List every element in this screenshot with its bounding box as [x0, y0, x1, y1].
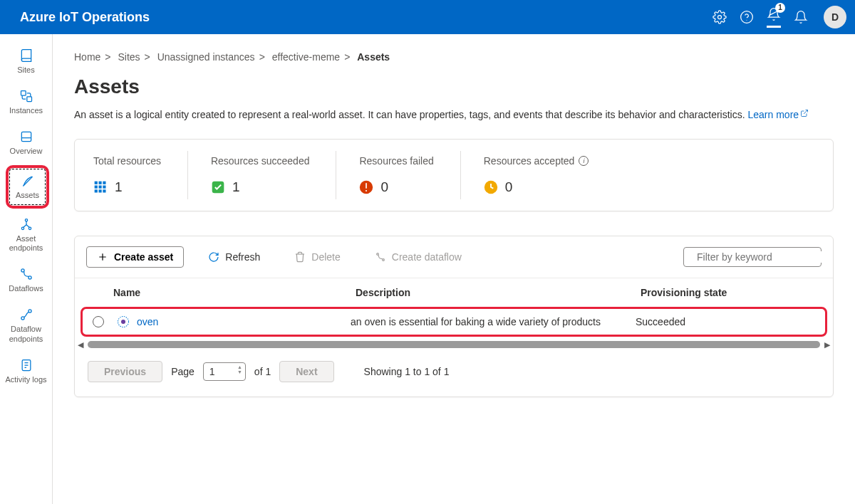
table-header-row: Name Description Provisioning state: [75, 278, 833, 307]
svg-rect-18: [99, 186, 102, 189]
alerts-badge: 1: [775, 3, 785, 13]
learn-more-link[interactable]: Learn more: [748, 109, 809, 120]
nav-assets[interactable]: Assets: [10, 169, 45, 204]
page-label: Page: [171, 366, 195, 377]
svg-rect-5: [21, 132, 31, 142]
asset-icon: [117, 315, 130, 328]
page-number-input[interactable]: 1 ▲▼: [203, 362, 246, 381]
delete-button: Delete: [284, 247, 350, 267]
stat-accepted: Resources accepted i 0: [484, 155, 589, 195]
nav-activity-logs[interactable]: Activity logs: [0, 351, 52, 392]
scroll-left-icon[interactable]: ◀: [78, 340, 83, 350]
svg-rect-20: [95, 189, 98, 192]
filter-input-wrap[interactable]: [683, 247, 822, 267]
svg-point-0: [718, 16, 722, 19]
col-description[interactable]: Description: [356, 287, 641, 298]
product-title: Azure IoT Operations: [20, 10, 150, 25]
crumb-current: Assets: [357, 51, 390, 63]
external-link-icon: [800, 108, 809, 117]
svg-point-10: [28, 276, 31, 279]
help-icon[interactable]: [740, 10, 754, 24]
nav-overview[interactable]: Overview: [0, 122, 52, 163]
table-toolbar: Create asset Refresh Delete Create dataf…: [75, 236, 833, 278]
showing-label: Showing 1 to 1 of 1: [364, 366, 450, 377]
stats-card: Total resources 1 Resources succeeded 1 …: [74, 139, 834, 211]
stepper-icon[interactable]: ▲▼: [237, 364, 242, 374]
user-avatar[interactable]: D: [824, 6, 846, 28]
crumb-sites[interactable]: Sites: [118, 51, 140, 63]
stat-succeeded: Resources succeeded 1: [211, 155, 337, 195]
row-highlight: oven an oven is essential for baking a w…: [81, 307, 827, 337]
svg-point-7: [21, 227, 24, 229]
svg-rect-14: [95, 182, 98, 184]
page-of-label: of 1: [254, 366, 271, 377]
crumb-instance[interactable]: effective-meme: [272, 51, 340, 63]
nav-asset-endpoints[interactable]: Asset endpoints: [0, 210, 52, 260]
svg-point-28: [376, 253, 378, 256]
page-description: An asset is a logical entity created to …: [74, 108, 834, 120]
nav-sites[interactable]: Sites: [0, 41, 52, 82]
row-select-radio[interactable]: [93, 316, 104, 327]
grid-icon: [93, 180, 108, 194]
scroll-right-icon[interactable]: ▶: [824, 340, 830, 350]
success-icon: [211, 180, 225, 194]
svg-rect-22: [103, 189, 105, 192]
create-dataflow-button: Create dataflow: [365, 247, 472, 267]
row-description: an oven is essential for baking a wide v…: [351, 316, 636, 327]
pager: Previous Page 1 ▲▼ of 1 Next Showing 1 t…: [75, 348, 833, 397]
clock-icon: [484, 180, 498, 194]
svg-point-32: [121, 320, 125, 324]
svg-point-2: [747, 20, 747, 21]
col-state[interactable]: Provisioning state: [641, 287, 820, 298]
svg-rect-19: [103, 186, 105, 189]
nav-assets-highlight: Assets: [6, 165, 49, 209]
svg-point-26: [366, 190, 367, 191]
row-state: Succeeded: [636, 316, 818, 327]
notifications-icon[interactable]: [794, 10, 808, 24]
svg-rect-3: [21, 91, 26, 96]
svg-point-6: [25, 219, 27, 221]
svg-point-12: [28, 310, 31, 313]
asset-name-link[interactable]: oven: [137, 316, 351, 327]
svg-point-1: [741, 11, 753, 23]
horizontal-scrollbar[interactable]: ◀ ▶: [88, 341, 820, 348]
svg-rect-16: [103, 182, 105, 184]
assets-table-card: Create asset Refresh Delete Create dataf…: [74, 236, 834, 397]
top-header: Azure IoT Operations 1 D: [0, 0, 855, 34]
main-content: Home> Sites> Unassigned instances> effec…: [53, 34, 855, 504]
stat-total: Total resources 1: [93, 155, 188, 195]
create-asset-button[interactable]: Create asset: [86, 246, 184, 268]
svg-point-8: [28, 227, 31, 229]
svg-point-29: [382, 259, 384, 261]
table-row[interactable]: oven an oven is essential for baking a w…: [83, 309, 825, 335]
svg-rect-21: [99, 189, 102, 192]
breadcrumb: Home> Sites> Unassigned instances> effec…: [74, 51, 834, 63]
nav-instances[interactable]: Instances: [0, 82, 52, 122]
info-icon[interactable]: i: [579, 156, 589, 166]
page-title: Assets: [74, 75, 834, 98]
svg-rect-25: [366, 183, 368, 189]
alerts-icon-wrap[interactable]: 1: [767, 7, 781, 28]
stat-failed: Resources failed 0: [359, 155, 460, 195]
svg-rect-4: [26, 97, 31, 102]
settings-icon[interactable]: [712, 10, 727, 24]
svg-rect-17: [95, 186, 98, 189]
nav-dataflows[interactable]: Dataflows: [0, 260, 52, 300]
failed-icon: [359, 180, 373, 194]
crumb-home[interactable]: Home: [74, 51, 100, 63]
nav-dataflow-endpoints[interactable]: Dataflow endpoints: [0, 300, 52, 350]
col-name[interactable]: Name: [113, 287, 356, 298]
header-actions: 1 D: [712, 6, 846, 28]
left-nav: Sites Instances Overview Assets Asset en…: [0, 34, 53, 504]
refresh-button[interactable]: Refresh: [198, 247, 270, 267]
crumb-unassigned[interactable]: Unassigned instances: [157, 51, 255, 63]
svg-rect-15: [99, 182, 102, 184]
filter-input[interactable]: [697, 251, 822, 263]
previous-button: Previous: [88, 361, 162, 382]
next-button: Next: [279, 361, 333, 382]
svg-point-9: [21, 269, 24, 272]
svg-point-11: [21, 317, 24, 320]
